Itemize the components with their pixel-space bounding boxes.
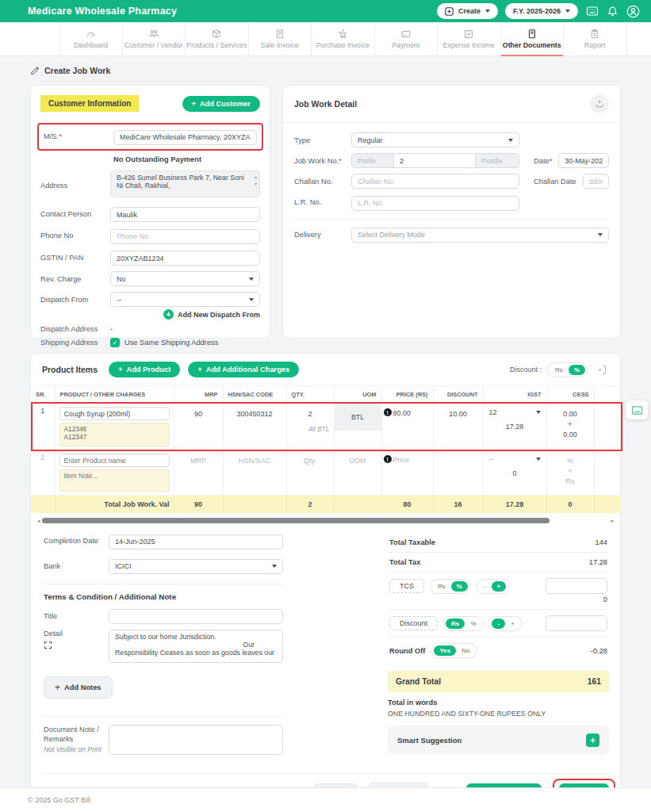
create-button[interactable]: Create <box>437 3 498 19</box>
customer-info-heading: Customer Information <box>40 95 139 112</box>
fiscal-year-selector[interactable]: F.Y. 2025-2026 <box>505 3 578 19</box>
gstin-input[interactable] <box>110 251 260 266</box>
row1-uom[interactable]: BTL <box>335 404 381 431</box>
discount-unit-toggle-2[interactable]: Rs% <box>443 616 484 631</box>
tab-sale-invoice[interactable]: Sale Invoice <box>249 22 312 56</box>
col-qty: QTY. <box>286 386 334 404</box>
job-work-no-input[interactable] <box>394 153 475 168</box>
grand-total-row: Grand Total 161 <box>388 671 609 692</box>
date-input[interactable] <box>558 153 609 168</box>
tab-expense-income[interactable]: Expense Income <box>438 22 501 56</box>
col-mrp: MRP <box>174 386 223 404</box>
prefix-input[interactable] <box>351 153 394 168</box>
add-column-icon[interactable] <box>593 362 609 377</box>
discount-input[interactable] <box>546 615 607 631</box>
discount-button[interactable]: Discount <box>389 616 438 630</box>
phone-label: Phone No <box>40 232 110 239</box>
customer-name-input[interactable] <box>113 130 257 145</box>
completion-date-label: Completion Date <box>44 537 109 545</box>
discount-sign-toggle[interactable]: -+ <box>489 616 522 631</box>
terms-detail-textarea[interactable]: Subject to our home Jurisdiction. Our Re… <box>109 630 283 663</box>
total-taxable-label: Total Taxable <box>389 538 435 546</box>
row2-igst-select[interactable]: -- <box>488 454 542 465</box>
expand-icon[interactable] <box>44 641 109 651</box>
rev-charge-select[interactable]: No <box>110 271 260 286</box>
horizontal-scrollbar[interactable]: ◂ ▸ <box>37 517 614 523</box>
save-template-icon[interactable] <box>590 94 609 113</box>
row1-price[interactable]: 80.00 <box>393 409 412 417</box>
tcs-unit-toggle[interactable]: Rs% <box>430 579 470 594</box>
row2-hsn[interactable]: HSN/SAC <box>223 450 286 496</box>
challan-no-input[interactable] <box>351 174 519 189</box>
tab-other-documents[interactable]: Other Documents <box>501 22 565 56</box>
plus-circle-icon: + <box>163 309 174 320</box>
tab-dashboard[interactable]: Dashboard <box>59 22 123 56</box>
spinner-down-icon[interactable]: ▾ <box>255 182 257 186</box>
info-icon[interactable]: ! <box>384 408 392 416</box>
tcs-button[interactable]: TCS <box>389 579 424 593</box>
payment-card-icon <box>400 29 412 40</box>
invoice-icon <box>274 29 285 40</box>
row2-cess[interactable]: %+Rs <box>546 450 594 496</box>
address-textarea[interactable]: B-426 Sumel Business Park 7, Near Soni N… <box>110 170 260 197</box>
row2-uom[interactable]: UOM <box>334 450 381 496</box>
smart-suggestion-add-icon[interactable]: + <box>586 733 599 747</box>
challan-date-input[interactable] <box>583 174 609 189</box>
tcs-input[interactable] <box>546 578 607 594</box>
dispatch-from-select[interactable]: -- <box>110 292 260 307</box>
tab-purchase-invoice[interactable]: Purchase Invoice <box>312 22 375 56</box>
quick-shortcut-widget[interactable] <box>626 400 648 419</box>
row1-qty-input[interactable]: 2 <box>291 407 330 418</box>
scroll-right-icon[interactable]: ▸ <box>611 518 614 523</box>
scrollbar-thumb[interactable] <box>42 518 550 523</box>
add-notes-button[interactable]: +Add Notes <box>44 676 113 699</box>
row2-product-input[interactable] <box>59 454 170 467</box>
plus-icon: + <box>55 682 60 693</box>
row1-hsn[interactable]: 300450312 <box>223 404 286 450</box>
row1-igst-select[interactable]: 12 <box>488 407 542 418</box>
tab-payment[interactable]: Payment <box>375 22 438 56</box>
type-select[interactable]: Regular <box>351 132 519 147</box>
spinner-up-icon[interactable]: ▴ <box>255 174 257 179</box>
row1-mrp[interactable]: 90 <box>174 404 223 450</box>
add-dispatch-button[interactable]: + Add New Dispatch From <box>40 309 260 320</box>
shortcut-keys-icon[interactable] <box>585 5 599 18</box>
ms-field-highlight: M/S.* <box>37 123 263 151</box>
phone-input[interactable] <box>110 229 260 244</box>
same-shipping-checkbox[interactable]: ✓ Use Same Shipping Address <box>110 338 218 347</box>
tab-products-services[interactable]: Products / Services <box>186 22 249 56</box>
notifications-bell-icon[interactable] <box>606 5 619 18</box>
user-avatar[interactable] <box>626 5 640 18</box>
page-footer: © 2025 Go GST Bill <box>0 787 651 812</box>
row1-discount[interactable]: 10.00 <box>433 404 483 450</box>
add-additional-charges-button[interactable]: +Add Additional Charges <box>188 362 299 377</box>
delivery-select[interactable]: Select Delivery Mode <box>351 228 609 243</box>
completion-date-input[interactable] <box>109 534 283 550</box>
row1-cess[interactable]: 0.00+0.00 <box>546 404 594 450</box>
terms-title-input[interactable] <box>109 609 283 624</box>
round-off-toggle[interactable]: YesNo <box>431 643 477 658</box>
tab-report[interactable]: Report <box>564 22 627 56</box>
row2-qty[interactable]: Qty. <box>286 450 334 496</box>
add-customer-button[interactable]: +Add Customer <box>182 96 261 112</box>
row2-note-textarea[interactable] <box>59 469 170 492</box>
add-product-button[interactable]: +Add Product <box>109 362 180 377</box>
row2-price[interactable]: Price <box>393 456 410 464</box>
ms-label: M/S.* <box>44 132 113 140</box>
doc-note-textarea[interactable] <box>109 725 283 755</box>
row1-note-textarea[interactable]: A12346 A12347 <box>59 423 170 446</box>
lr-no-input[interactable] <box>351 196 519 211</box>
contact-person-input[interactable] <box>110 207 260 222</box>
tcs-sign-toggle[interactable]: -+ <box>476 579 508 594</box>
scroll-left-icon[interactable]: ◂ <box>37 518 40 523</box>
expense-chart-icon <box>463 29 474 40</box>
row2-sr: 2 <box>31 450 55 496</box>
row1-product-input[interactable] <box>59 407 170 420</box>
info-icon[interactable]: ! <box>384 455 392 463</box>
postfix-input[interactable] <box>475 153 519 168</box>
tab-customer-vendor[interactable]: Customer / Vendor <box>123 22 186 56</box>
discount-unit-toggle[interactable]: Rs % <box>547 362 588 377</box>
smart-suggestion-panel: Smart Suggestion + <box>388 726 609 755</box>
row2-mrp[interactable]: MRP <box>174 450 223 496</box>
bank-select[interactable]: ICICI <box>109 559 283 574</box>
